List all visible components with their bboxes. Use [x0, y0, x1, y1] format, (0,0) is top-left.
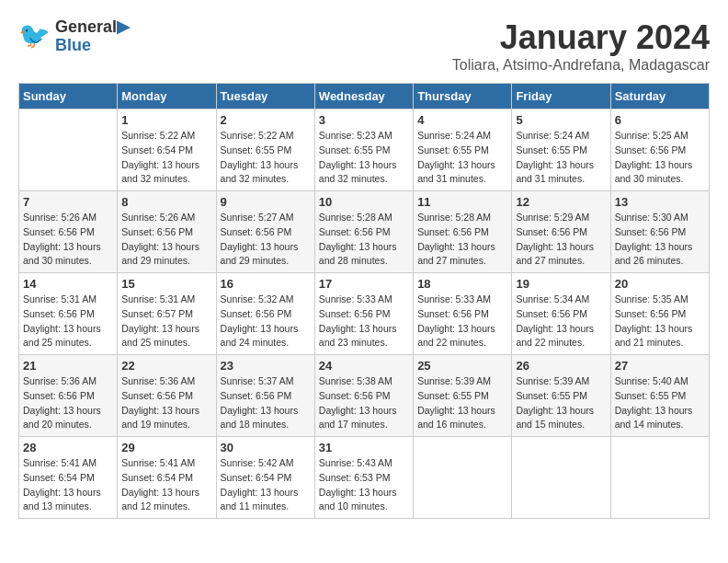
calendar-cell: 6Sunrise: 5:25 AM Sunset: 6:56 PM Daylig… — [610, 109, 709, 191]
calendar-cell: 19Sunrise: 5:34 AM Sunset: 6:56 PM Dayli… — [512, 273, 610, 355]
day-info: Sunrise: 5:28 AM Sunset: 6:56 PM Dayligh… — [319, 211, 409, 269]
day-info: Sunrise: 5:29 AM Sunset: 6:56 PM Dayligh… — [516, 211, 606, 269]
day-info: Sunrise: 5:34 AM Sunset: 6:56 PM Dayligh… — [516, 293, 606, 350]
calendar-cell: 21Sunrise: 5:36 AM Sunset: 6:56 PM Dayli… — [19, 355, 118, 437]
day-info: Sunrise: 5:39 AM Sunset: 6:55 PM Dayligh… — [417, 374, 507, 432]
svg-text:🐦: 🐦 — [18, 20, 51, 51]
day-number: 17 — [319, 277, 409, 291]
col-header-wednesday: Wednesday — [314, 84, 413, 109]
title-area: January 2024 Toliara, Atsimo-Andrefana, … — [452, 18, 710, 74]
calendar-header-row: SundayMondayTuesdayWednesdayThursdayFrid… — [19, 84, 710, 109]
day-info: Sunrise: 5:30 AM Sunset: 6:56 PM Dayligh… — [615, 211, 705, 269]
day-number: 10 — [319, 195, 409, 209]
calendar-subtitle: Toliara, Atsimo-Andrefana, Madagascar — [452, 57, 710, 74]
day-number: 31 — [319, 441, 409, 454]
calendar-cell: 27Sunrise: 5:40 AM Sunset: 6:55 PM Dayli… — [610, 355, 709, 437]
calendar-cell: 17Sunrise: 5:33 AM Sunset: 6:56 PM Dayli… — [314, 273, 413, 355]
logo-line2: Blue — [55, 37, 130, 55]
day-number: 26 — [516, 359, 606, 373]
day-number: 21 — [23, 359, 113, 373]
calendar-cell: 30Sunrise: 5:42 AM Sunset: 6:54 PM Dayli… — [216, 437, 314, 519]
day-info: Sunrise: 5:35 AM Sunset: 6:56 PM Dayligh… — [615, 293, 705, 350]
week-row-2: 7Sunrise: 5:26 AM Sunset: 6:56 PM Daylig… — [19, 191, 710, 273]
day-info: Sunrise: 5:25 AM Sunset: 6:56 PM Dayligh… — [615, 129, 705, 187]
calendar-cell: 20Sunrise: 5:35 AM Sunset: 6:56 PM Dayli… — [610, 273, 709, 355]
calendar-cell: 8Sunrise: 5:26 AM Sunset: 6:56 PM Daylig… — [118, 191, 216, 273]
col-header-sunday: Sunday — [19, 84, 118, 109]
day-number: 19 — [516, 277, 606, 291]
calendar-cell: 26Sunrise: 5:39 AM Sunset: 6:55 PM Dayli… — [512, 355, 610, 437]
calendar-cell: 23Sunrise: 5:37 AM Sunset: 6:56 PM Dayli… — [216, 355, 314, 437]
calendar-cell: 13Sunrise: 5:30 AM Sunset: 6:56 PM Dayli… — [610, 191, 709, 273]
calendar-cell: 25Sunrise: 5:39 AM Sunset: 6:55 PM Dayli… — [414, 355, 512, 437]
calendar-cell: 18Sunrise: 5:33 AM Sunset: 6:56 PM Dayli… — [414, 273, 512, 355]
day-number: 4 — [417, 113, 507, 127]
calendar-cell — [19, 109, 118, 191]
day-number: 25 — [417, 359, 507, 373]
day-info: Sunrise: 5:37 AM Sunset: 6:56 PM Dayligh… — [221, 374, 311, 432]
day-number: 30 — [221, 441, 311, 454]
week-row-5: 28Sunrise: 5:41 AM Sunset: 6:54 PM Dayli… — [19, 437, 710, 519]
day-info: Sunrise: 5:26 AM Sunset: 6:56 PM Dayligh… — [121, 211, 211, 269]
calendar-cell: 9Sunrise: 5:27 AM Sunset: 6:56 PM Daylig… — [216, 191, 314, 273]
col-header-tuesday: Tuesday — [216, 84, 314, 109]
day-number: 14 — [23, 277, 113, 291]
calendar-cell: 24Sunrise: 5:38 AM Sunset: 6:56 PM Dayli… — [314, 355, 413, 437]
col-header-monday: Monday — [118, 84, 216, 109]
day-info: Sunrise: 5:23 AM Sunset: 6:55 PM Dayligh… — [319, 129, 409, 187]
day-info: Sunrise: 5:33 AM Sunset: 6:56 PM Dayligh… — [417, 293, 507, 350]
calendar-cell: 3Sunrise: 5:23 AM Sunset: 6:55 PM Daylig… — [314, 109, 413, 191]
logo: 🐦 General▶ Blue — [18, 18, 130, 55]
day-info: Sunrise: 5:36 AM Sunset: 6:56 PM Dayligh… — [23, 374, 113, 432]
day-info: Sunrise: 5:28 AM Sunset: 6:56 PM Dayligh… — [417, 211, 507, 269]
col-header-saturday: Saturday — [610, 84, 709, 109]
day-info: Sunrise: 5:38 AM Sunset: 6:56 PM Dayligh… — [319, 374, 409, 432]
page-header: 🐦 General▶ Blue January 2024 Toliara, At… — [18, 18, 710, 74]
day-info: Sunrise: 5:31 AM Sunset: 6:57 PM Dayligh… — [121, 293, 211, 350]
day-info: Sunrise: 5:32 AM Sunset: 6:56 PM Dayligh… — [221, 293, 311, 350]
day-number: 11 — [417, 195, 507, 209]
day-number: 28 — [23, 441, 113, 454]
day-number: 22 — [121, 359, 211, 373]
day-info: Sunrise: 5:36 AM Sunset: 6:56 PM Dayligh… — [121, 374, 211, 432]
calendar-cell: 14Sunrise: 5:31 AM Sunset: 6:56 PM Dayli… — [19, 273, 118, 355]
calendar-cell: 10Sunrise: 5:28 AM Sunset: 6:56 PM Dayli… — [314, 191, 413, 273]
calendar-cell: 4Sunrise: 5:24 AM Sunset: 6:55 PM Daylig… — [414, 109, 512, 191]
calendar-cell — [512, 437, 610, 519]
day-number: 7 — [23, 195, 113, 209]
calendar-cell: 29Sunrise: 5:41 AM Sunset: 6:54 PM Dayli… — [118, 437, 216, 519]
day-number: 20 — [615, 277, 705, 291]
day-number: 16 — [221, 277, 311, 291]
day-number: 8 — [121, 195, 211, 209]
calendar-cell — [414, 437, 512, 519]
col-header-thursday: Thursday — [414, 84, 512, 109]
calendar-cell: 12Sunrise: 5:29 AM Sunset: 6:56 PM Dayli… — [512, 191, 610, 273]
calendar-cell: 15Sunrise: 5:31 AM Sunset: 6:57 PM Dayli… — [118, 273, 216, 355]
day-info: Sunrise: 5:27 AM Sunset: 6:56 PM Dayligh… — [221, 211, 311, 269]
day-info: Sunrise: 5:39 AM Sunset: 6:55 PM Dayligh… — [516, 374, 606, 432]
calendar-cell: 22Sunrise: 5:36 AM Sunset: 6:56 PM Dayli… — [118, 355, 216, 437]
day-number: 29 — [121, 441, 211, 454]
day-info: Sunrise: 5:22 AM Sunset: 6:54 PM Dayligh… — [121, 129, 211, 187]
calendar-cell: 31Sunrise: 5:43 AM Sunset: 6:53 PM Dayli… — [314, 437, 413, 519]
day-number: 18 — [417, 277, 507, 291]
day-info: Sunrise: 5:31 AM Sunset: 6:56 PM Dayligh… — [23, 293, 113, 350]
day-info: Sunrise: 5:33 AM Sunset: 6:56 PM Dayligh… — [319, 293, 409, 350]
logo-line1: General▶ — [55, 18, 130, 37]
calendar-cell: 7Sunrise: 5:26 AM Sunset: 6:56 PM Daylig… — [19, 191, 118, 273]
calendar-title: January 2024 — [452, 18, 710, 57]
day-number: 5 — [516, 113, 606, 127]
day-number: 27 — [615, 359, 705, 373]
col-header-friday: Friday — [512, 84, 610, 109]
day-info: Sunrise: 5:22 AM Sunset: 6:55 PM Dayligh… — [221, 129, 311, 187]
day-number: 15 — [121, 277, 211, 291]
calendar-cell: 5Sunrise: 5:24 AM Sunset: 6:55 PM Daylig… — [512, 109, 610, 191]
day-number: 24 — [319, 359, 409, 373]
day-info: Sunrise: 5:26 AM Sunset: 6:56 PM Dayligh… — [23, 211, 113, 269]
day-number: 2 — [221, 113, 311, 127]
day-info: Sunrise: 5:41 AM Sunset: 6:54 PM Dayligh… — [23, 456, 113, 514]
day-info: Sunrise: 5:41 AM Sunset: 6:54 PM Dayligh… — [121, 456, 211, 514]
week-row-3: 14Sunrise: 5:31 AM Sunset: 6:56 PM Dayli… — [19, 273, 710, 355]
day-info: Sunrise: 5:42 AM Sunset: 6:54 PM Dayligh… — [221, 456, 311, 514]
day-info: Sunrise: 5:24 AM Sunset: 6:55 PM Dayligh… — [516, 129, 606, 187]
